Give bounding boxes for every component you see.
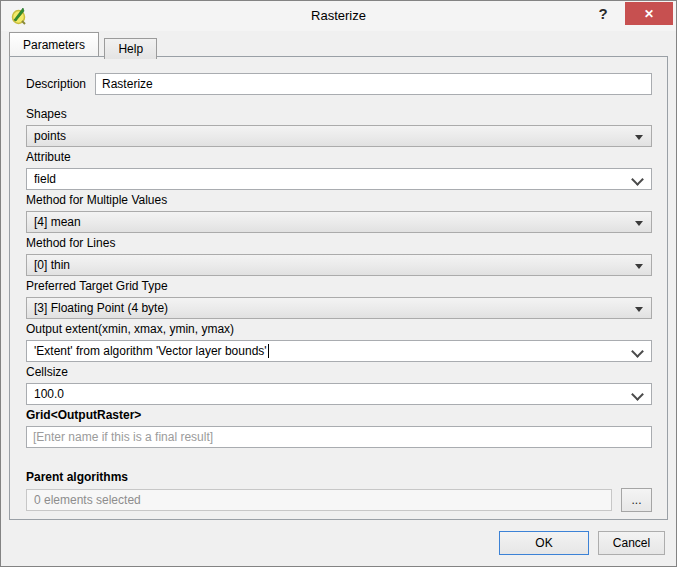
- cellsize-value: 100.0: [34, 387, 64, 401]
- dropdown-arrow-icon: [635, 221, 643, 226]
- attribute-label: Attribute: [26, 150, 652, 164]
- dropdown-arrow-icon: [635, 264, 643, 269]
- attribute-value: field: [34, 172, 56, 186]
- cellsize-label: Cellsize: [26, 365, 652, 379]
- shapes-group: Shapes points: [26, 107, 652, 147]
- output-extent-label: Output extent(xmin, xmax, ymin, ymax): [26, 322, 652, 336]
- method-lines-select[interactable]: [0] thin: [26, 254, 652, 276]
- description-row: Description: [26, 73, 652, 95]
- dropdown-arrow-icon: [635, 307, 643, 312]
- tab-help[interactable]: Help: [104, 38, 157, 59]
- grid-output-input[interactable]: [26, 426, 652, 448]
- parent-algorithms-row: 0 elements selected ...: [26, 488, 652, 512]
- grid-type-value: [3] Floating Point (4 byte): [34, 301, 168, 315]
- output-extent-value: 'Extent' from algorithm 'Vector layer bo…: [34, 344, 267, 358]
- shapes-select[interactable]: points: [26, 125, 652, 147]
- method-lines-value: [0] thin: [34, 258, 70, 272]
- chevron-down-icon: [631, 345, 644, 358]
- parameters-panel: Description Shapes points Attribute fiel…: [9, 56, 668, 520]
- ok-button[interactable]: OK: [499, 531, 589, 555]
- attribute-group: Attribute field: [26, 150, 652, 190]
- shapes-label: Shapes: [26, 107, 652, 121]
- tab-bar: Parameters Help: [9, 32, 668, 56]
- dropdown-arrow-icon: [635, 135, 643, 140]
- description-label: Description: [26, 77, 86, 91]
- output-extent-combobox[interactable]: 'Extent' from algorithm 'Vector layer bo…: [26, 340, 652, 362]
- title-bar: Rasterize ? ✕: [1, 1, 676, 31]
- grid-output-group: Grid<OutputRaster>: [26, 408, 652, 448]
- attribute-combobox[interactable]: field: [26, 168, 652, 190]
- method-multiple-values-label: Method for Multiple Values: [26, 193, 652, 207]
- parent-algorithms-group: Parent algorithms 0 elements selected ..…: [26, 470, 652, 512]
- description-input[interactable]: [95, 73, 652, 95]
- grid-type-select[interactable]: [3] Floating Point (4 byte): [26, 297, 652, 319]
- close-button[interactable]: ✕: [625, 2, 673, 25]
- parent-algorithms-field: 0 elements selected: [26, 489, 612, 511]
- rasterize-dialog: Rasterize ? ✕ Parameters Help Descriptio…: [0, 0, 677, 567]
- output-extent-group: Output extent(xmin, xmax, ymin, ymax) 'E…: [26, 322, 652, 362]
- method-lines-label: Method for Lines: [26, 236, 652, 250]
- dialog-button-bar: OK Cancel: [1, 520, 676, 566]
- browse-button[interactable]: ...: [621, 488, 652, 512]
- parent-algorithms-label: Parent algorithms: [26, 470, 652, 484]
- method-lines-group: Method for Lines [0] thin: [26, 236, 652, 276]
- window-title: Rasterize: [1, 8, 676, 23]
- grid-type-label: Preferred Target Grid Type: [26, 279, 652, 293]
- grid-output-label: Grid<OutputRaster>: [26, 408, 652, 422]
- shapes-value: points: [34, 129, 66, 143]
- chevron-down-icon: [631, 173, 644, 186]
- method-multiple-values-value: [4] mean: [34, 215, 81, 229]
- chevron-down-icon: [631, 388, 644, 401]
- cancel-button[interactable]: Cancel: [598, 531, 665, 555]
- tab-parameters[interactable]: Parameters: [9, 32, 99, 56]
- help-button[interactable]: ?: [592, 5, 614, 25]
- method-multiple-values-select[interactable]: [4] mean: [26, 211, 652, 233]
- cellsize-group: Cellsize 100.0: [26, 365, 652, 405]
- cellsize-combobox[interactable]: 100.0: [26, 383, 652, 405]
- text-cursor: [268, 344, 269, 358]
- close-icon: ✕: [644, 8, 654, 20]
- grid-type-group: Preferred Target Grid Type [3] Floating …: [26, 279, 652, 319]
- method-multiple-values-group: Method for Multiple Values [4] mean: [26, 193, 652, 233]
